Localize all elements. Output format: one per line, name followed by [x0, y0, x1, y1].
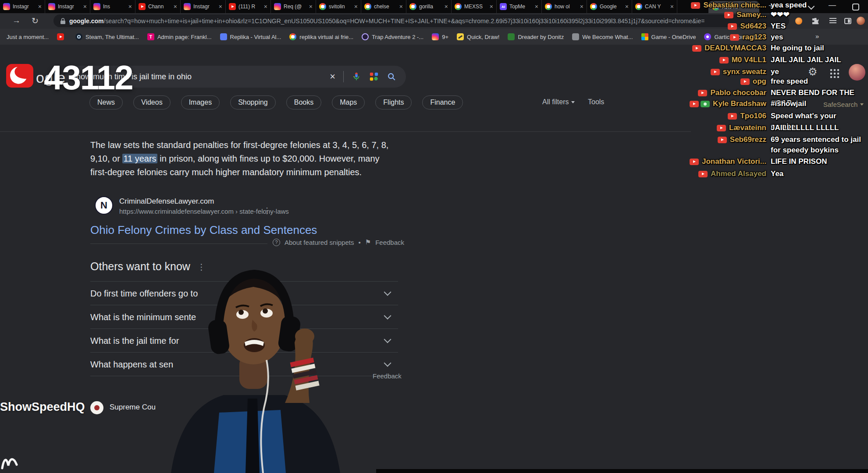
bookmark-item[interactable]: Gartic Phone - The...	[704, 33, 767, 40]
bookmark-item[interactable]: Dreader by Donitz	[508, 33, 564, 40]
browser-tab-active[interactable]: how m ×	[708, 1, 759, 13]
bookmark-item[interactable]: replika virtual ai frie...	[289, 33, 353, 40]
tab-close-icon[interactable]: ×	[580, 3, 583, 10]
tab-close-icon[interactable]: ×	[354, 3, 358, 10]
safesearch-control[interactable]: SafeSearch	[823, 101, 864, 108]
browser-tab[interactable]: svitolin ×	[316, 0, 361, 13]
bookmark-item[interactable]: Just a moment...	[3, 33, 49, 40]
google-lens-icon[interactable]	[369, 72, 379, 81]
tools-button[interactable]: Tools	[588, 98, 604, 106]
tab-close-icon[interactable]: ×	[399, 3, 403, 10]
google-apps-grid-icon[interactable]	[829, 68, 839, 78]
tab-title: Instagr	[13, 4, 36, 10]
tab-close-icon[interactable]: ×	[264, 3, 267, 10]
browser-tab[interactable]: TopMe ×	[497, 0, 542, 13]
dot-separator: •	[358, 239, 360, 246]
extensions-puzzle-icon[interactable]	[812, 18, 819, 25]
bookmark-item[interactable]: Replika - Virtual Al...	[220, 33, 281, 40]
result-title-link[interactable]: Ohio Felony Crimes by Class and Sentence…	[90, 223, 317, 237]
browser-tab[interactable]: chelse ×	[361, 0, 406, 13]
url-text: google.com/search?q=how+much+time+is+jai…	[69, 18, 704, 25]
result-chip[interactable]: Shopping	[230, 95, 276, 109]
tab-favicon	[48, 3, 55, 10]
new-tab-button[interactable]: +	[768, 0, 774, 11]
result-chip[interactable]: Videos	[133, 95, 171, 109]
tab-close-icon[interactable]: ×	[309, 3, 313, 10]
tab-close-icon[interactable]: ×	[670, 3, 674, 10]
result-chip[interactable]: Images	[181, 95, 220, 109]
all-filters-button[interactable]: All filters	[542, 98, 575, 106]
bookmark-item[interactable]: Trap Adventure 2 -...	[362, 33, 423, 40]
bookmark-item[interactable]	[57, 33, 67, 40]
profile-avatar[interactable]	[857, 17, 865, 25]
bookmark-label: replika virtual ai frie...	[299, 34, 353, 40]
browser-tab[interactable]: Instagr ×	[0, 0, 45, 13]
chevron-down-icon[interactable]	[384, 312, 391, 320]
search-icon[interactable]	[387, 72, 396, 81]
tab-close-icon[interactable]: ×	[219, 3, 222, 10]
window-restore-button[interactable]	[852, 4, 859, 11]
voice-search-icon[interactable]	[352, 72, 361, 81]
tab-favicon	[274, 3, 281, 10]
result-chip[interactable]: Maps	[332, 95, 365, 109]
bookmark-favicon	[147, 33, 154, 40]
bookmark-label: Replika - Virtual Al...	[230, 34, 281, 40]
url-bar[interactable]: google.com/search?q=how+much+time+is+jai…	[53, 14, 789, 27]
bookmark-item[interactable]: Quick, Draw!	[457, 33, 499, 40]
tab-close-icon[interactable]: ×	[83, 3, 87, 10]
result-type-chips: News Videos Images Shopping Books Maps F…	[89, 95, 463, 109]
bookmark-item[interactable]: Admin page: Frankl...	[147, 33, 212, 40]
url-host: google.com	[69, 18, 104, 25]
chevron-down-icon[interactable]	[384, 360, 391, 367]
reload-button[interactable]: ↻	[32, 16, 39, 26]
browser-tab[interactable]: Instagr ×	[45, 0, 90, 13]
tab-close-icon[interactable]: ×	[445, 3, 448, 10]
result-chip[interactable]: Flights	[375, 95, 412, 109]
browser-tab[interactable]: Google ×	[587, 0, 632, 13]
browser-tab[interactable]: MEXSS ×	[452, 0, 497, 13]
result-more-icon[interactable]: ⋮	[263, 206, 271, 215]
browser-tab[interactable]: Ins ×	[90, 0, 135, 13]
bookmarks-overflow-chevron[interactable]: »	[815, 32, 819, 40]
chevron-down-icon[interactable]	[384, 336, 391, 343]
side-panel-icon[interactable]	[844, 18, 851, 24]
tab-close-icon[interactable]: ×	[174, 3, 177, 10]
about-featured-snippets-link[interactable]: About featured snippets	[285, 239, 354, 246]
reading-list-icon[interactable]	[829, 18, 836, 24]
next-result-site-name[interactable]: Supreme Cou	[110, 403, 156, 412]
tab-close-icon[interactable]: ×	[625, 3, 629, 10]
browser-tab[interactable]: Req (@ ×	[271, 0, 316, 13]
extension-icon[interactable]	[795, 18, 802, 25]
settings-gear-icon[interactable]: ⚙	[808, 66, 818, 78]
tab-close-icon[interactable]: ×	[490, 3, 493, 10]
all-filters-label: All filters	[542, 98, 569, 106]
bookmark-item[interactable]: Game - OneDrive	[641, 33, 696, 40]
bottom-letterbox-strip	[376, 469, 868, 473]
clear-search-icon[interactable]: ×	[330, 71, 335, 82]
browser-tab[interactable]: (111) R ×	[226, 0, 271, 13]
chevron-down-icon[interactable]	[384, 289, 391, 296]
paa-feedback-link[interactable]: Feedback	[373, 372, 402, 380]
feedback-link[interactable]: Feedback	[375, 239, 404, 246]
bookmark-item[interactable]: Steam, The Ultimat...	[75, 33, 139, 40]
forward-button[interactable]: →	[12, 16, 21, 25]
tab-close-icon[interactable]: ×	[752, 4, 755, 11]
tab-close-icon[interactable]: ×	[38, 3, 42, 10]
browser-tab[interactable]: gorilla ×	[406, 0, 452, 13]
bookmark-item[interactable]: We Become What...	[572, 33, 633, 40]
google-account-avatar[interactable]	[849, 64, 865, 81]
bookmark-favicon	[220, 33, 227, 40]
result-chip[interactable]: Finance	[422, 95, 463, 109]
tab-close-icon[interactable]: ×	[535, 3, 538, 10]
result-chip[interactable]: Books	[286, 95, 321, 109]
browser-tab[interactable]: Chann ×	[135, 0, 181, 13]
browser-tab[interactable]: CAN Y ×	[632, 0, 677, 13]
source-site-name[interactable]: CriminalDefenseLawyer.com	[119, 197, 214, 206]
browser-tab[interactable]: how ol ×	[542, 0, 587, 13]
bookmark-favicon	[641, 33, 648, 40]
window-minimize-button[interactable]: —	[829, 1, 836, 10]
tab-close-icon[interactable]: ×	[128, 3, 132, 10]
browser-tab[interactable]: Instagr ×	[181, 0, 226, 13]
tab-favicon	[3, 3, 10, 10]
bookmark-item[interactable]: 9+	[432, 33, 448, 40]
